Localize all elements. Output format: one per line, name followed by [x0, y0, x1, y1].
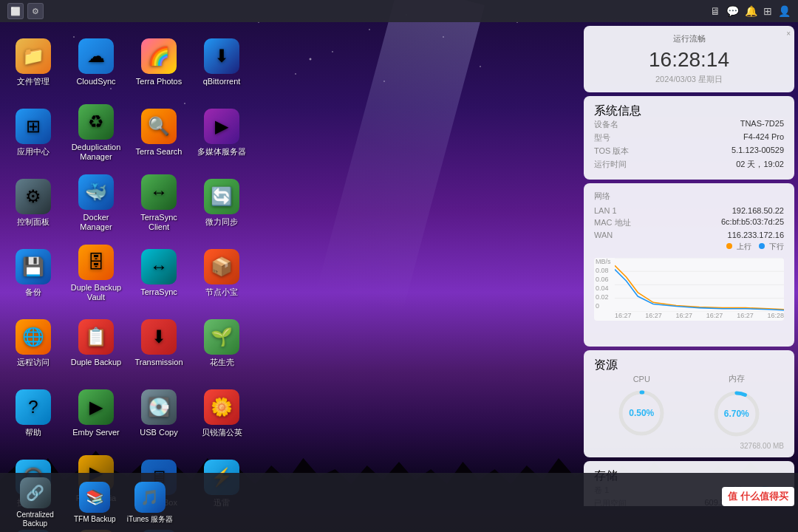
- widget-close-btn[interactable]: ×: [786, 30, 791, 38]
- network-widget: 网络 LAN 1 192.168.50.22 MAC 地址 6c:bf:b5:0…: [584, 183, 794, 347]
- desktop-icon-help[interactable]: ? 帮助: [4, 381, 63, 447]
- upload-legend: 上行: [726, 242, 751, 252]
- desktop-icon-terra-photos[interactable]: 🌈 Terra Photos: [129, 30, 188, 96]
- running-date: 2024/03/03 星期日: [594, 74, 784, 85]
- icon-img-terra-photos: 🌈: [141, 38, 177, 74]
- wan-row: WAN 116.233.172.16: [594, 231, 784, 239]
- bell-icon[interactable]: 🔔: [745, 5, 757, 17]
- icon-label-huashengke: 花生壳: [210, 358, 234, 367]
- wan-value: 116.233.172.16: [728, 231, 784, 239]
- chat-icon[interactable]: 💬: [726, 5, 739, 17]
- desktop-icon-duple-backup-vault[interactable]: 🗄 Duple Backup Vault: [66, 240, 126, 307]
- icon-label-terrasync-client: TerraSync Client: [133, 213, 185, 232]
- desktop-icon-app-center[interactable]: ⊞ 应用中心: [4, 100, 63, 166]
- icons-area: 📁 文件管理 ☁ CloudSync 🌈 Terra Photos ⬇ qBit…: [0, 22, 288, 510]
- mem-total: 32768.00 MB: [594, 442, 784, 450]
- tos-label: TOS 版本: [594, 146, 629, 157]
- icon-img-backup: 💾: [16, 249, 51, 284]
- desktop-icon-beiru[interactable]: 🌼 贝锐蒲公英: [192, 381, 251, 447]
- icon-img-weisync: 🔄: [204, 179, 239, 214]
- icon-label-terra-search: Terra Search: [136, 147, 183, 157]
- sysinfo-widget: 系统信息 设备名 TNAS-7D25 型号 F4-424 Pro TOS 版本 …: [584, 96, 794, 180]
- taskbar-icon-img-itunes-server: 🎵: [134, 482, 166, 513]
- taskbar-icon-img-tfm-backup: 📚: [79, 482, 110, 513]
- desktop-icon-huashengke[interactable]: 🌱 花生壳: [192, 310, 251, 377]
- desktop-icon-jiedian-xiaobao[interactable]: 📦 节点小宝: [192, 240, 251, 307]
- sysinfo-title: 系统信息: [594, 103, 784, 119]
- device-row: 设备名 TNAS-7D25: [594, 119, 784, 130]
- desktop-icon-usb-copy[interactable]: 💽 USB Copy: [129, 381, 188, 447]
- desktop-icon-transmission[interactable]: ⬇ Transmission: [129, 310, 188, 377]
- mem-label: 内存: [729, 373, 745, 384]
- uptime-value: 02 天，19:02: [736, 159, 784, 170]
- desktop-icon-cloud-sync[interactable]: ☁ CloudSync: [66, 30, 126, 96]
- cpu-gauge: 0.50%: [615, 387, 667, 439]
- icon-label-backup: 备份: [25, 287, 41, 297]
- icon-label-duple-backup2: Duple Backup: [71, 358, 122, 367]
- watermark: 值 什么值得买: [722, 487, 794, 506]
- network-chart-svg: [615, 258, 784, 312]
- resources-widget: 资源 CPU 0.50% 内存: [584, 350, 794, 457]
- desktop-icon-remote-access[interactable]: 🌐 远程访问: [4, 310, 63, 377]
- model-value: F4-424 Pro: [743, 132, 784, 143]
- running-title: 运行流畅: [594, 33, 784, 44]
- icon-label-media-server: 多媒体服务器: [197, 147, 246, 157]
- running-widget: 运行流畅 16:28:14 2024/03/03 星期日 ×: [584, 26, 794, 92]
- icon-label-weisync: 微力同步: [205, 217, 238, 227]
- mem-item: 内存 6.70%: [711, 373, 763, 440]
- settings-icon[interactable]: ⚙: [27, 3, 44, 19]
- icon-label-file-manager: 文件管理: [17, 77, 50, 86]
- icon-label-jiedian-xiaobao: 节点小宝: [205, 287, 238, 297]
- desktop-icon-dedup-manager[interactable]: ♻ Deduplication Manager: [66, 100, 126, 166]
- icon-img-dedup-manager: ♻: [78, 104, 114, 140]
- desktop-icon-media-server[interactable]: ▶ 多媒体服务器: [192, 100, 251, 166]
- icon-label-docker-manager: Docker Manager: [70, 213, 122, 232]
- taskbar-right: 🖥 💬 🔔 ⊞ 👤: [710, 5, 791, 17]
- grid-icon[interactable]: ⊞: [763, 5, 772, 17]
- icon-label-emby-server: Emby Server: [72, 428, 120, 437]
- icon-label-cloud-sync: CloudSync: [76, 77, 115, 86]
- uptime-row: 运行时间 02 天，19:02: [594, 159, 784, 170]
- taskbar-bottom: 🔗 Centralized Backup 📚 TFM Backup 🎵 iTun…: [0, 473, 798, 532]
- icon-label-beiru: 贝锐蒲公英: [202, 428, 242, 437]
- monitor-icon[interactable]: 🖥: [710, 5, 720, 17]
- model-label: 型号: [594, 132, 610, 143]
- icon-label-remote-access: 远程访问: [17, 358, 50, 367]
- icon-img-usb-copy: 💽: [141, 389, 177, 425]
- taskbar-app-centralized-backup[interactable]: 🔗 Centralized Backup: [4, 475, 66, 531]
- desktop-icon-terra-search[interactable]: 🔍 Terra Search: [129, 100, 188, 166]
- tos-row: TOS 版本 5.1.123-00529: [594, 146, 784, 157]
- model-row: 型号 F4-424 Pro: [594, 132, 784, 143]
- lan-row: LAN 1 192.168.50.22: [594, 206, 784, 215]
- icon-img-transmission: ⬇: [141, 319, 177, 355]
- desktop-icon-duple-backup2[interactable]: 📋 Duple Backup: [66, 310, 126, 377]
- desktop-icon-docker-manager[interactable]: 🐳 Docker Manager: [66, 170, 126, 236]
- device-label: 设备名: [594, 119, 618, 130]
- desktop-icon-emby-server[interactable]: ▶ Emby Server: [66, 381, 126, 447]
- desktop-icon-file-manager[interactable]: 📁 文件管理: [4, 30, 63, 96]
- window-icon[interactable]: ⬜: [7, 3, 24, 19]
- desktop-icon-qbittorrent[interactable]: ⬇ qBittorrent: [192, 30, 251, 96]
- device-value: TNAS-7D25: [740, 119, 784, 130]
- lan-label: LAN 1: [594, 206, 617, 215]
- desktop-icon-control-panel[interactable]: ⚙ 控制面板: [4, 170, 63, 236]
- icon-img-help: ?: [16, 389, 51, 425]
- icon-img-beiru: 🌼: [204, 389, 239, 425]
- desktop-icon-weisync[interactable]: 🔄 微力同步: [192, 170, 251, 236]
- user-icon[interactable]: 👤: [778, 5, 791, 17]
- icon-label-terrasync2: TerraSync: [140, 287, 177, 297]
- icon-img-remote-access: 🌐: [16, 319, 51, 355]
- taskbar-app-itunes-server[interactable]: 🎵 iTunes 服务器: [123, 480, 177, 526]
- network-chart: MB/s 0.08 0.06 0.04 0.02 0: [594, 258, 784, 339]
- icon-label-qbittorrent: qBittorrent: [203, 77, 241, 86]
- icon-img-duple-backup2: 📋: [78, 319, 114, 355]
- taskbar-app-tfm-backup[interactable]: 📚 TFM Backup: [70, 480, 120, 526]
- chart-legend: 上行 下行: [594, 242, 784, 252]
- mac-row: MAC 地址 6c:bf:b5:03:7d:25: [594, 217, 784, 228]
- download-legend: 下行: [759, 242, 784, 252]
- desktop-icon-terrasync2[interactable]: ↔ TerraSync: [129, 240, 188, 307]
- desktop-icon-backup[interactable]: 💾 备份: [4, 240, 63, 307]
- desktop-icon-terrasync-client[interactable]: ↔ TerraSync Client: [129, 170, 188, 236]
- chart-y-labels: MB/s 0.08 0.06 0.04 0.02 0: [594, 258, 615, 310]
- icon-label-usb-copy: USB Copy: [140, 428, 177, 437]
